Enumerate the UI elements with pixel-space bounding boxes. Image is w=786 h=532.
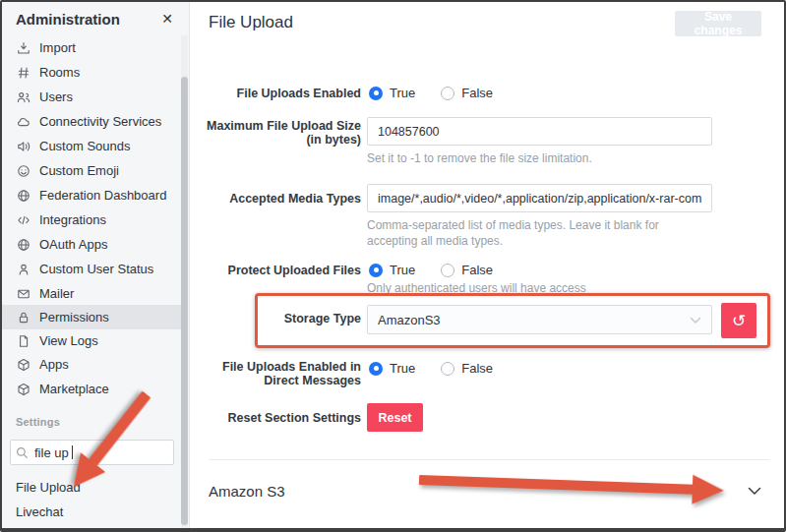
result-label: Livechat (16, 504, 63, 519)
radio-false[interactable] (441, 362, 454, 376)
sidebar-result-livechat[interactable]: Livechat (2, 500, 181, 524)
sidebar-item-view-logs[interactable]: View Logs (2, 328, 181, 353)
field-label-protect-uploaded-files: Protect Uploaded Files (190, 264, 361, 277)
sidebar-item-apps[interactable]: Apps (2, 352, 181, 377)
radio-true[interactable] (369, 362, 383, 376)
sidebar-item-import[interactable]: Import (2, 35, 181, 60)
accepted-media-types-input[interactable] (367, 184, 712, 212)
sidebar-item-federation-dashboard[interactable]: Federation Dashboard (2, 183, 181, 207)
sidebar-item-label: Apps (39, 357, 69, 372)
radio-false-label: False (461, 263, 493, 277)
settings-section-header: Settings (16, 416, 60, 428)
sidebar-item-mailer[interactable]: Mailer (2, 281, 181, 306)
sidebar-item-label: Permissions (39, 310, 109, 325)
globe-icon (16, 188, 30, 203)
field-label-dm-uploads: File Uploads Enabled in Direct Messages (190, 360, 361, 387)
file-uploads-enabled-radios: True False (369, 86, 493, 100)
expand-section-chevron-icon[interactable] (748, 482, 761, 500)
sidebar-item-label: OAuth Apps (39, 237, 107, 252)
code-icon (16, 212, 30, 227)
radio-false[interactable] (441, 87, 454, 100)
sidebar-result-file-upload[interactable]: File Upload (2, 475, 181, 500)
sidebar-item-custom-user-status[interactable]: Custom User Status (2, 257, 181, 281)
sidebar-item-label: Federation Dashboard (39, 188, 166, 203)
sidebar-item-connectivity-services[interactable]: Connectivity Services (2, 109, 181, 134)
settings-search-input[interactable] (10, 440, 174, 465)
admin-sidebar: Administration ✕ Import Rooms Users Conn… (2, 2, 190, 528)
protect-uploaded-files-hint: Only authenticated users will have acces… (367, 281, 694, 297)
sidebar-item-label: Custom Sounds (39, 139, 131, 153)
sidebar-item-label: Mailer (39, 286, 74, 301)
admin-window: Administration ✕ Import Rooms Users Conn… (0, 0, 786, 532)
field-label-storage-type: Storage Type (190, 312, 361, 325)
sidebar-item-label: Custom Emoji (39, 163, 119, 178)
protect-uploaded-files-radios: True False (369, 263, 493, 277)
smiley-icon (16, 163, 30, 178)
lock-icon (16, 310, 30, 325)
globe-icon (16, 237, 30, 252)
undo-icon: ↺ (732, 313, 746, 329)
max-upload-size-hint: Set it to -1 to remove the file size lim… (367, 151, 694, 167)
envelope-icon (16, 286, 30, 301)
radio-true-label: True (390, 263, 415, 277)
cube-icon (16, 357, 30, 372)
radio-false-label: False (461, 86, 493, 100)
radio-false[interactable] (441, 264, 454, 277)
cube-icon (16, 382, 30, 396)
save-changes-button[interactable]: Save changes (675, 11, 761, 36)
sidebar-item-permissions[interactable]: Permissions (2, 305, 181, 329)
section-divider (209, 459, 769, 460)
reset-section-button[interactable]: Reset (367, 403, 423, 432)
result-label: File Upload (16, 480, 81, 495)
max-upload-size-input[interactable] (367, 117, 712, 146)
document-icon (16, 333, 30, 348)
sidebar-item-custom-sounds[interactable]: Custom Sounds (2, 134, 181, 158)
text-caret (72, 445, 73, 459)
sidebar-item-integrations[interactable]: Integrations (2, 207, 181, 232)
sidebar-item-label: Connectivity Services (39, 114, 161, 129)
hash-icon (16, 65, 30, 80)
main-content: File Upload Save changes File Uploads En… (190, 2, 784, 528)
sidebar-title: Administration (16, 11, 120, 28)
speaker-icon (16, 139, 30, 153)
radio-false-label: False (461, 361, 493, 376)
import-icon (16, 40, 30, 55)
chevron-down-icon (690, 313, 701, 327)
amazon-s3-section-title: Amazon S3 (209, 483, 285, 500)
field-label-accepted-media-types: Accepted Media Types (190, 192, 361, 206)
sidebar-item-oauth-apps[interactable]: OAuth Apps (2, 232, 181, 257)
sidebar-item-label: Marketplace (39, 382, 109, 396)
page-title: File Upload (209, 13, 293, 32)
users-icon (16, 89, 30, 104)
field-label-reset-section: Reset Section Settings (190, 411, 361, 425)
sidebar-item-label: View Logs (39, 333, 98, 348)
sidebar-item-users[interactable]: Users (2, 85, 181, 109)
radio-true[interactable] (369, 87, 383, 100)
sidebar-item-marketplace[interactable]: Marketplace (2, 377, 181, 401)
radio-true-label: True (390, 361, 415, 376)
sidebar-item-label: Users (39, 89, 73, 104)
storage-type-select[interactable]: AmazonS3 (367, 305, 712, 334)
radio-true[interactable] (369, 264, 383, 277)
sidebar-item-label: Import (39, 40, 76, 55)
accepted-media-types-hint: Comma-separated list of media types. Lea… (367, 218, 694, 249)
search-icon (16, 445, 29, 463)
sidebar-item-rooms[interactable]: Rooms (2, 60, 181, 85)
sidebar-scrollbar-thumb[interactable] (181, 77, 188, 525)
field-label-file-uploads-enabled: File Uploads Enabled (190, 87, 361, 100)
sidebar-item-custom-emoji[interactable]: Custom Emoji (2, 158, 181, 183)
person-icon (16, 262, 30, 276)
sidebar-item-label: Custom User Status (39, 262, 153, 276)
cloud-icon (16, 114, 30, 129)
storage-type-value: AmazonS3 (378, 313, 441, 327)
close-icon[interactable]: ✕ (161, 10, 173, 28)
field-label-max-upload-size: Maximum File Upload Size (in bytes) (190, 119, 361, 147)
sidebar-item-label: Rooms (39, 65, 80, 80)
sidebar-item-label: Integrations (39, 212, 106, 227)
radio-true-label: True (390, 86, 415, 100)
reset-storage-type-button[interactable]: ↺ (721, 303, 756, 338)
dm-uploads-radios: True False (369, 361, 493, 376)
